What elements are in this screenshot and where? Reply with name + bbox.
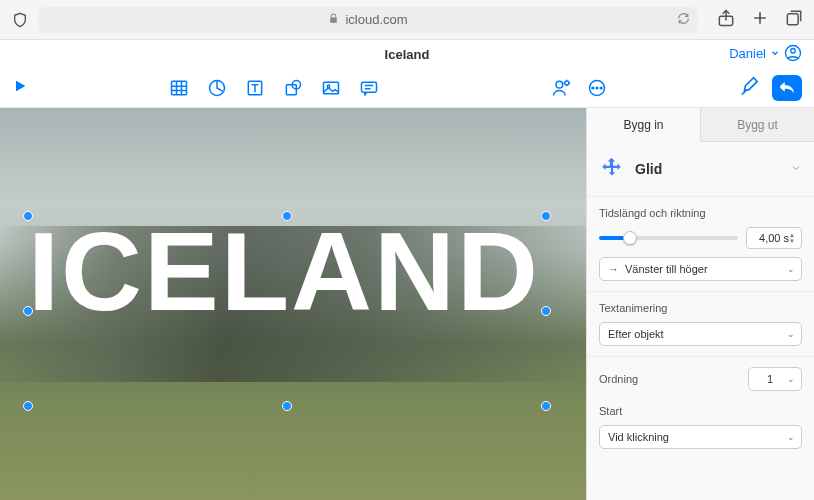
duration-slider[interactable] — [599, 236, 738, 240]
text-animation-section: Textanimering Efter objekt ⌄ — [587, 292, 814, 352]
user-menu[interactable]: Daniel — [729, 44, 802, 62]
inspector-sidebar: Bygg in Bygg ut Glid Tidslängd och riktn… — [586, 108, 814, 500]
main-area: ICELAND Bygg in Bygg ut Glid Tidslä — [0, 108, 814, 500]
svg-rect-1 — [787, 13, 798, 24]
svg-rect-11 — [362, 82, 377, 92]
start-section: Start Vid klickning ⌄ — [587, 395, 814, 455]
chevron-down-icon — [770, 48, 780, 58]
resize-handle[interactable] — [282, 211, 292, 221]
share-icon[interactable] — [716, 8, 736, 32]
resize-handle[interactable] — [23, 211, 33, 221]
slider-thumb[interactable] — [623, 231, 637, 245]
slide-title-text: ICELAND — [28, 216, 546, 328]
svg-point-16 — [596, 87, 598, 89]
duration-value: 4,00 s — [759, 232, 789, 244]
move-arrows-icon — [599, 156, 625, 182]
text-anim-value: Efter objekt — [608, 328, 664, 340]
chevron-down-icon: ⌄ — [787, 374, 795, 384]
app-toolbar — [0, 68, 814, 108]
tabs-icon[interactable] — [784, 8, 804, 32]
order-dropdown[interactable]: 1 ⌄ — [748, 367, 802, 391]
order-label: Ordning — [599, 373, 638, 385]
insert-tool-group — [168, 77, 380, 99]
order-section: Ordning 1 ⌄ — [587, 357, 814, 395]
start-value: Vid klickning — [608, 431, 669, 443]
table-icon[interactable] — [168, 77, 190, 99]
browser-toolbar: icloud.com — [0, 0, 814, 40]
comment-icon[interactable] — [358, 77, 380, 99]
resize-handle[interactable] — [282, 401, 292, 411]
play-button[interactable] — [12, 78, 28, 98]
text-anim-label: Textanimering — [599, 302, 802, 314]
image-icon[interactable] — [320, 77, 342, 99]
more-icon[interactable] — [586, 77, 608, 99]
new-tab-icon[interactable] — [750, 8, 770, 32]
svg-rect-4 — [172, 81, 187, 94]
chevron-down-icon: ⌄ — [787, 432, 795, 442]
chevron-down-icon: ⌄ — [787, 329, 795, 339]
user-name: Daniel — [729, 46, 766, 61]
svg-point-3 — [791, 49, 796, 54]
direction-dropdown[interactable]: → Vänster till höger ⌄ — [599, 257, 802, 281]
svg-point-12 — [556, 81, 563, 88]
chevron-down-icon — [790, 162, 802, 177]
start-label: Start — [599, 405, 802, 417]
selected-text-box[interactable]: ICELAND — [28, 216, 546, 406]
address-bar[interactable]: icloud.com — [38, 7, 698, 33]
animate-button[interactable] — [772, 75, 802, 101]
svg-rect-7 — [286, 84, 296, 94]
document-title: Iceland — [385, 47, 430, 62]
url-text: icloud.com — [345, 12, 407, 27]
duration-label: Tidslängd och riktning — [599, 207, 802, 219]
inspector-tabs: Bygg in Bygg ut — [587, 108, 814, 142]
app-header: Iceland Daniel — [0, 40, 814, 68]
browser-actions — [716, 8, 804, 32]
chart-icon[interactable] — [206, 77, 228, 99]
privacy-shield-icon[interactable] — [10, 10, 30, 30]
resize-handle[interactable] — [541, 401, 551, 411]
user-circle-icon — [784, 44, 802, 62]
svg-point-13 — [565, 80, 569, 84]
slide-canvas[interactable]: ICELAND — [0, 108, 586, 500]
duration-section: Tidslängd och riktning 4,00 s ▲▼ → Vänst… — [587, 197, 814, 287]
effect-name: Glid — [635, 161, 662, 177]
arrow-right-icon: → — [608, 263, 619, 275]
tab-build-out[interactable]: Bygg ut — [701, 108, 814, 142]
lock-icon — [328, 12, 339, 27]
stepper-icon[interactable]: ▲▼ — [789, 228, 799, 248]
resize-handle[interactable] — [23, 401, 33, 411]
shape-icon[interactable] — [282, 77, 304, 99]
format-brush-icon[interactable] — [738, 75, 760, 101]
tab-build-in[interactable]: Bygg in — [587, 108, 701, 142]
resize-handle[interactable] — [23, 306, 33, 316]
svg-point-15 — [592, 87, 594, 89]
text-anim-dropdown[interactable]: Efter objekt ⌄ — [599, 322, 802, 346]
resize-handle[interactable] — [541, 306, 551, 316]
chevron-down-icon: ⌄ — [787, 264, 795, 274]
svg-rect-9 — [324, 82, 339, 94]
duration-field[interactable]: 4,00 s ▲▼ — [746, 227, 802, 249]
inspector-tool-group — [738, 75, 802, 101]
start-dropdown[interactable]: Vid klickning ⌄ — [599, 425, 802, 449]
direction-value: Vänster till höger — [625, 263, 708, 275]
collab-tool-group — [550, 77, 608, 99]
collaborate-icon[interactable] — [550, 77, 572, 99]
text-icon[interactable] — [244, 77, 266, 99]
reload-icon[interactable] — [677, 12, 690, 28]
resize-handle[interactable] — [541, 211, 551, 221]
svg-point-17 — [600, 87, 602, 89]
order-value: 1 — [767, 373, 773, 385]
effect-selector[interactable]: Glid — [587, 142, 814, 197]
